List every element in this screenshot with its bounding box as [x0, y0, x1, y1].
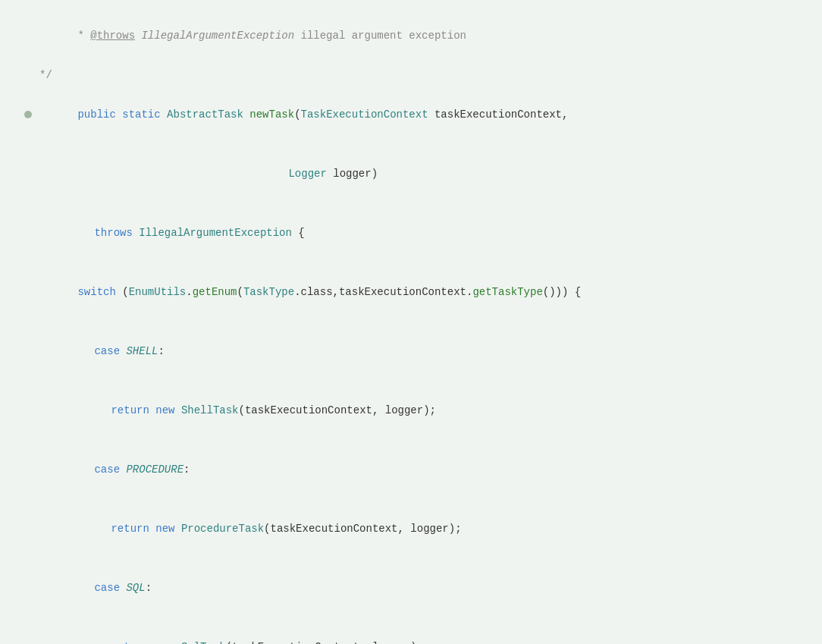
code-container: * @throws IllegalArgumentException illeg… [0, 0, 822, 644]
line-text-8: return new ShellTask(taskExecutionContex… [73, 381, 436, 440]
line-text-1: * @throws IllegalArgumentException illeg… [39, 6, 466, 65]
code-line-5: throws IllegalArgumentException { [0, 203, 822, 262]
line-text-10: return new ProcedureTask(taskExecutionCo… [73, 499, 462, 558]
code-line-1: * @throws IllegalArgumentException illeg… [0, 6, 822, 65]
line-text-12: return new SqlTask(taskExecutionContext,… [73, 617, 423, 644]
line-text-5: throws IllegalArgumentException { [56, 203, 305, 262]
code-line-9: case PROCEDURE: [0, 440, 822, 499]
line-text-9: case PROCEDURE: [56, 440, 190, 499]
gutter-dot-3 [24, 111, 32, 118]
code-line-12: return new SqlTask(taskExecutionContext,… [0, 617, 822, 644]
line-text-6: switch (EnumUtils.getEnum(TaskType.class… [39, 262, 581, 322]
code-line-6: switch (EnumUtils.getEnum(TaskType.class… [0, 262, 822, 322]
code-line-8: return new ShellTask(taskExecutionContex… [0, 381, 822, 440]
code-line-11: case SQL: [0, 558, 822, 617]
gutter-3 [23, 111, 33, 118]
line-text-3: public static AbstractTask newTask(TaskE… [39, 85, 568, 144]
line-text-4: Logger logger) [250, 144, 378, 203]
code-line-3: public static AbstractTask newTask(TaskE… [0, 85, 822, 144]
line-text-2: */ [39, 65, 52, 85]
line-text-7: case SHELL: [56, 322, 165, 381]
code-line-2: */ [0, 65, 822, 85]
line-text-11: case SQL: [56, 558, 152, 617]
code-line-10: return new ProcedureTask(taskExecutionCo… [0, 499, 822, 558]
code-line-7: case SHELL: [0, 322, 822, 381]
code-line-4: Logger logger) [0, 144, 822, 203]
